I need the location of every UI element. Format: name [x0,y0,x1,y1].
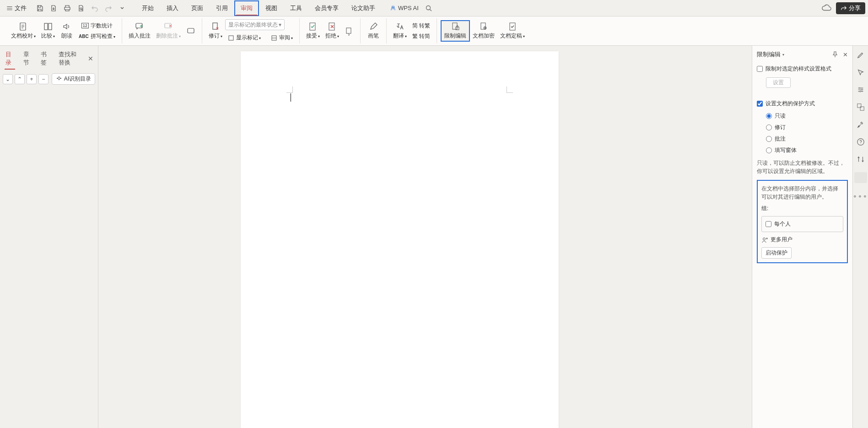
outline-remove-button[interactable]: − [38,74,49,84]
accept-button[interactable]: 接受▾ [303,21,323,41]
chevron-down-icon: ▾ [279,22,281,28]
document-page[interactable] [241,51,559,428]
wps-ai-entry[interactable]: WPS AI [390,5,419,11]
ai-outline-button[interactable]: AI识别目录 [52,73,95,85]
svg-point-22 [859,91,861,92]
radio-form[interactable]: 填写窗体 [766,146,848,154]
protect-method-checkbox-row[interactable]: 设置文档的保护方式 [757,100,848,108]
restrict-edit-button[interactable]: 限制编辑 [441,20,470,42]
preview-icon[interactable] [77,4,85,12]
tab-start[interactable]: 开始 [135,0,160,16]
ai-sparkle-icon [56,76,62,82]
lp-tab-findreplace[interactable]: 查找和替换 [55,49,83,69]
lp-tab-bookmark[interactable]: 书签 [37,49,53,69]
share-button[interactable]: 分享 [836,2,865,14]
file-menu[interactable]: 文件 [3,2,30,14]
spell-check-icon: ABC [79,34,89,39]
doc-check-button[interactable]: 文档校对▾ [8,21,38,41]
close-icon[interactable]: ✕ [843,51,848,58]
spell-check-button[interactable]: ABC 拼写检查▾ [76,32,118,41]
side-select-icon[interactable] [856,68,865,77]
lp-tab-chapter[interactable]: 章节 [20,49,36,69]
undo-icon[interactable] [91,4,99,12]
side-tools-icon[interactable] [856,120,865,129]
word-count-button[interactable]: 12 字数统计 [76,21,118,31]
markup-display-select[interactable]: 显示标记的最终状态 ▾ [225,19,285,30]
qat-dropdown-icon[interactable] [118,4,126,12]
chevron-up-icon: ⌃ [17,76,22,82]
side-help-icon[interactable] [856,137,865,146]
pen-button[interactable]: 画笔 [364,21,383,41]
output-icon[interactable] [49,4,58,12]
start-protect-button[interactable]: 启动保护 [761,247,792,259]
tab-thesis[interactable]: 论文助手 [345,0,382,16]
page-margin-corner [286,87,293,93]
right-panel-header: 限制编辑 ▾ ✕ [752,48,852,61]
outline-expand-button[interactable]: ⌄ [3,74,13,84]
redo-icon[interactable] [104,4,113,12]
side-settings-icon[interactable] [856,85,865,94]
left-panel-close[interactable]: ✕ [85,55,96,62]
lp-tab-outline[interactable]: 目录 [2,49,18,69]
doc-finalize-button[interactable]: 文档定稿▾ [497,21,528,41]
read-aloud-button[interactable]: 朗读 [58,21,76,41]
tab-insert[interactable]: 插入 [160,0,185,16]
comment-pane-button[interactable] [183,26,198,37]
doc-encrypt-button[interactable]: 文档加密 [470,21,497,41]
side-layout-icon[interactable] [856,155,865,164]
document-canvas[interactable] [98,46,752,428]
pin-icon[interactable] [832,51,838,58]
text-cursor [291,93,291,102]
svg-rect-7 [188,28,194,33]
svg-rect-9 [229,36,233,40]
tab-view[interactable]: 视图 [259,0,284,16]
outline-collapse-button[interactable]: ⌃ [15,74,25,84]
more-users-link[interactable]: 更多用户 [761,236,843,244]
outline-add-button[interactable]: + [27,74,37,84]
trad-to-simp-button[interactable]: 繁 转简 [410,32,433,41]
insert-comment-button[interactable]: 插入批注 [126,21,153,41]
body: 目录 章节 书签 查找和替换 ✕ ⌄ ⌃ + − AI识别目录 限制编辑 ▾ [0,46,868,428]
side-lock-icon[interactable] [854,172,867,183]
restrict-style-checkbox-row[interactable]: 限制对选定的样式设置格式 [757,65,848,73]
topbar-right: 分享 [821,2,865,14]
side-translate-icon[interactable] [856,103,865,112]
restrict-style-checkbox[interactable] [757,66,763,72]
comment-pane-icon [186,27,195,36]
style-settings-button[interactable]: 设置 [766,77,791,88]
side-more-icon[interactable]: ∘∘∘ [856,191,865,200]
lock-doc-icon [451,22,460,31]
next-change-button[interactable] [342,26,356,37]
chevron-down-icon[interactable]: ▾ [782,53,784,57]
compare-icon [43,22,53,31]
plus-icon: + [30,76,33,82]
everyone-checkbox-row[interactable]: 每个人 [766,220,839,228]
show-markup-button[interactable]: 显示标记▾ [225,33,264,43]
svg-rect-4 [49,23,52,30]
reject-button[interactable]: 拒绝▾ [323,21,342,41]
tab-member[interactable]: 会员专享 [308,0,345,16]
tab-reference[interactable]: 引用 [210,0,234,16]
simp-to-trad-button[interactable]: 简 转繁 [410,21,433,31]
revise-button[interactable]: 修订▾ [206,21,225,41]
comment-add-icon [135,22,144,31]
word-count-icon: 12 [81,23,89,28]
review-pane-button[interactable]: 审阅▾ [268,33,296,43]
tab-page[interactable]: 页面 [185,0,210,16]
tab-tools[interactable]: 工具 [284,0,308,16]
side-pen-icon[interactable] [856,50,865,60]
protect-method-checkbox[interactable] [757,101,763,107]
search-icon[interactable] [425,5,432,12]
doc-check-icon [19,22,28,31]
cloud-icon[interactable] [821,3,832,14]
print-icon[interactable] [63,4,71,12]
delete-comment-button[interactable]: 删除批注▾ [153,21,183,41]
radio-readonly[interactable]: 只读 [766,112,848,120]
compare-button[interactable]: 比较▾ [38,21,58,41]
tab-review[interactable]: 审阅 [234,0,259,16]
save-icon[interactable] [36,4,44,12]
translate-button[interactable]: 翻译▾ [390,21,410,41]
everyone-checkbox[interactable] [766,221,771,227]
radio-comment[interactable]: 批注 [766,135,848,143]
radio-revise[interactable]: 修订 [766,124,848,131]
